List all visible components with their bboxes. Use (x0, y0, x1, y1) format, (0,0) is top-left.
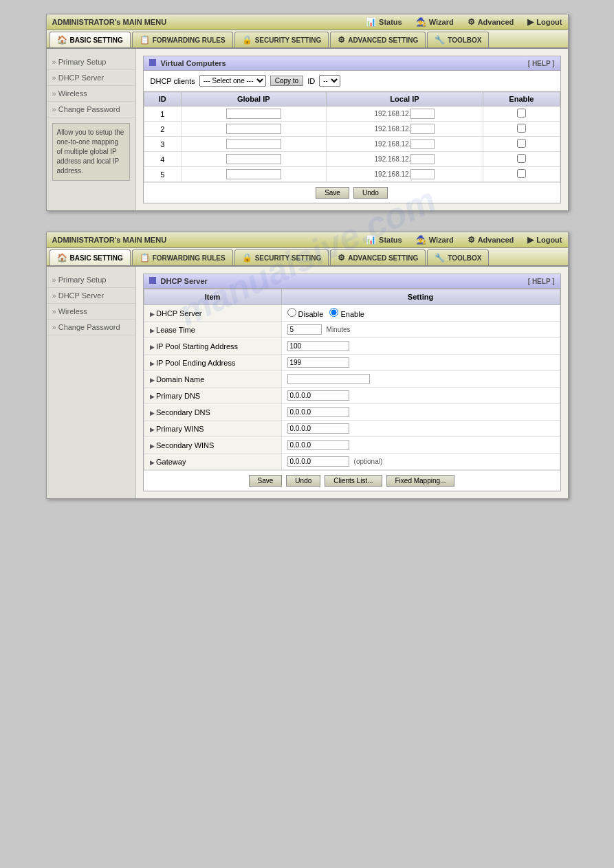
table-row: 3 192.168.12. (144, 137, 560, 152)
sidebar-wireless-1[interactable]: Wireless (47, 86, 135, 102)
dhcp-row-pool-start: IP Pool Starting Address (144, 338, 560, 355)
wizard-icon-2: 🧙 (416, 235, 426, 245)
dhcp-row-pool-end-label: IP Pool Ending Address (144, 355, 281, 371)
sidebar-change-password-1[interactable]: Change Password (47, 102, 135, 118)
sidebar-dhcp-server-1[interactable]: DHCP Server (47, 70, 135, 86)
fwd-icon-1: 📋 (140, 35, 150, 45)
row2-local-ip-input[interactable] (410, 124, 435, 134)
disable-radio-label[interactable]: Disable (287, 310, 326, 318)
tab-forwarding-2[interactable]: 📋 FORWARDING RULES (132, 249, 233, 265)
row1-enable-checkbox[interactable] (517, 109, 526, 118)
tab-advanced-1[interactable]: ⚙ ADVANCED SETTING (330, 32, 426, 47)
table-row: 5 192.168.12. (144, 167, 560, 182)
nav-advanced-label-1: Advanced (478, 18, 514, 26)
dhcp-row-primary-wins-label: Primary WINS (144, 421, 281, 437)
tab-security-2[interactable]: 🔒 SECURITY SETTING (234, 249, 329, 265)
primary-dns-input[interactable] (287, 390, 349, 401)
row3-enable-checkbox[interactable] (517, 139, 526, 148)
row4-global-ip-input[interactable] (226, 154, 281, 164)
nav-wizard-2[interactable]: 🧙 Wizard (416, 235, 454, 245)
dhcp-clients-select[interactable]: --- Select one --- (199, 75, 266, 87)
nav-advanced-2[interactable]: ⚙ Advanced (468, 235, 514, 245)
help-link-dhcp[interactable]: [ HELP ] (528, 278, 555, 285)
pool-start-input[interactable] (287, 341, 349, 351)
row4-local-ip-input[interactable] (410, 154, 435, 164)
row5-global-ip-input[interactable] (226, 169, 281, 179)
secondary-dns-input[interactable] (287, 407, 349, 417)
lease-time-input[interactable] (287, 324, 322, 335)
dhcp-col-setting: Setting (281, 289, 560, 305)
secondary-wins-input[interactable] (287, 440, 349, 450)
row3-global-ip-input[interactable] (226, 139, 281, 149)
top-nav-2: ADMINISTRATOR's MAIN MENU 📊 Status 🧙 Wiz… (47, 232, 568, 248)
row1-local-ip-input[interactable] (410, 109, 435, 119)
nav-advanced-1[interactable]: ⚙ Advanced (468, 17, 514, 27)
help-link-vc[interactable]: [ HELP ] (528, 60, 555, 67)
section-virtual-computers: Virtual Computers [ HELP ] DHCP clients … (143, 56, 561, 203)
basic-icon-1: 🏠 (57, 35, 67, 45)
adv-icon-1: ⚙ (338, 35, 345, 45)
row1-global-ip-input[interactable] (226, 109, 281, 119)
row3-local-ip-input[interactable] (410, 139, 435, 149)
primary-wins-input[interactable] (287, 423, 349, 434)
row4-enable-checkbox[interactable] (517, 154, 526, 163)
id-select[interactable]: -- 12345 (319, 75, 340, 87)
row5-enable-checkbox[interactable] (517, 169, 526, 178)
nav-status-1[interactable]: 📊 Status (366, 17, 402, 27)
row2-enable-checkbox[interactable] (517, 124, 526, 133)
row2-global-ip-input[interactable] (226, 124, 281, 134)
advanced-icon-1: ⚙ (468, 17, 475, 27)
tab-security-1[interactable]: 🔒 SECURITY SETTING (234, 32, 329, 47)
vc-undo-button[interactable]: Undo (353, 187, 388, 199)
tab-toolbox-1[interactable]: 🔧 TOOLBOX (427, 32, 489, 47)
dhcp-row-gateway-setting: (optional) (281, 454, 560, 470)
section-icon-dhcp (149, 277, 156, 284)
adv-icon-2: ⚙ (338, 253, 345, 263)
row2-local-ip: 192.168.12. (326, 122, 483, 137)
dhcp-enable-radio[interactable] (329, 308, 338, 317)
sidebar-primary-setup-1[interactable]: Primary Setup (47, 54, 135, 70)
row1-global-ip (181, 107, 326, 122)
main-menu-title-2: ADMINISTRATOR's MAIN MENU (52, 236, 167, 244)
nav-logout-1[interactable]: ▶ Logout (527, 17, 562, 27)
dhcp-row-secondary-wins-label: Secondary WINS (144, 437, 281, 454)
logout-icon-1: ▶ (527, 17, 534, 27)
dhcp-col-item: Item (144, 289, 281, 305)
dhcp-undo-button[interactable]: Undo (286, 475, 320, 487)
sidebar-change-password-2[interactable]: Change Password (47, 320, 135, 335)
vc-save-button[interactable]: Save (316, 187, 349, 199)
row5-global-ip (181, 167, 326, 182)
pool-end-input[interactable] (287, 357, 349, 368)
copy-to-button[interactable]: Copy to (270, 76, 303, 86)
dhcp-save-button[interactable]: Save (249, 475, 283, 487)
dhcp-row-server-setting: Disable Enable (281, 305, 560, 322)
main-content-1: Primary Setup DHCP Server Wireless Chang… (47, 49, 568, 210)
virtual-computers-table: ID Global IP Local IP Enable 1 192.168.1… (144, 91, 560, 182)
row5-local-ip-input[interactable] (410, 169, 435, 179)
nav-logout-2[interactable]: ▶ Logout (527, 235, 562, 245)
dhcp-disable-radio[interactable] (287, 308, 296, 317)
table-row: 1 192.168.12. (144, 107, 560, 122)
nav-status-label-1: Status (379, 18, 402, 26)
tab-forwarding-1[interactable]: 📋 FORWARDING RULES (132, 32, 233, 47)
dhcp-row-primary-dns-setting (281, 388, 560, 404)
sidebar-wireless-2[interactable]: Wireless (47, 304, 135, 320)
dhcp-row-domain: Domain Name (144, 371, 560, 388)
fwd-icon-2: 📋 (140, 253, 150, 263)
nav-status-2[interactable]: 📊 Status (366, 235, 402, 245)
tab-basic-setting-2[interactable]: 🏠 BASIC SETTING (50, 249, 131, 265)
panel-virtual-computers: ADMINISTRATOR's MAIN MENU 📊 Status 🧙 Wiz… (46, 14, 569, 211)
sidebar-primary-setup-2[interactable]: Primary Setup (47, 272, 135, 288)
tab-basic-setting-1[interactable]: 🏠 BASIC SETTING (50, 32, 131, 47)
enable-radio-label[interactable]: Enable (329, 310, 364, 318)
domain-name-input[interactable] (287, 374, 370, 384)
nav-wizard-1[interactable]: 🧙 Wizard (416, 17, 454, 27)
gateway-input[interactable] (287, 456, 349, 467)
tab-toolbox-2[interactable]: 🔧 TOOLBOX (427, 249, 489, 265)
tab-advanced-2[interactable]: ⚙ ADVANCED SETTING (330, 249, 426, 265)
sidebar-dhcp-server-2[interactable]: DHCP Server (47, 288, 135, 304)
dhcp-fixed-mapping-button[interactable]: Fixed Mapping... (386, 475, 455, 487)
row4-id: 4 (144, 152, 181, 167)
dhcp-clients-list-button[interactable]: Clients List... (325, 475, 382, 487)
section-title-dhcp: DHCP Server (149, 277, 208, 285)
